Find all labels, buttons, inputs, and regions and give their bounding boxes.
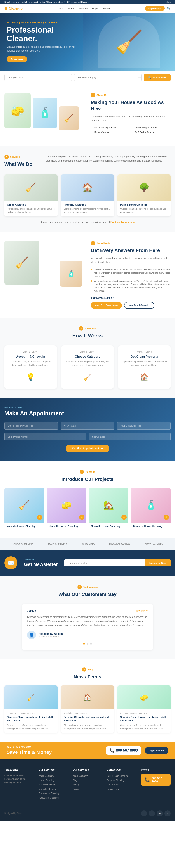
social-instagram[interactable]: in bbox=[157, 810, 163, 816]
faq-dot-1 bbox=[91, 269, 92, 270]
hiw-tag-icon: ✦ bbox=[79, 326, 83, 331]
step-num-1: Work 1 - Easy ↑ bbox=[8, 351, 53, 353]
nav-blogs[interactable]: Blogs bbox=[92, 7, 98, 10]
footer-link-1-3[interactable]: Property Cleaning bbox=[39, 783, 68, 787]
nav-services[interactable]: Services bbox=[78, 7, 88, 10]
phone-icon: 📞 bbox=[109, 748, 115, 753]
author-avatar: 👤 bbox=[27, 631, 36, 639]
project-badge-3: ⭐ bbox=[121, 515, 127, 520]
testimonial-author: 👤 Rosalina D. William Professional Clean… bbox=[27, 631, 148, 639]
service-card-2: 🏠 Property Cleaning Comprehensive proper… bbox=[61, 175, 114, 216]
faq-primary-btn[interactable]: Make Free Consultation bbox=[91, 302, 122, 309]
hiw-step-3: Work 3 - Easy ↑ Get Clean Property Exper… bbox=[118, 345, 171, 389]
hero-cta-button[interactable]: Book Now bbox=[6, 56, 27, 62]
news-grid: 🧹 01 Jan 2022 · 1304 March 2021 Superior… bbox=[4, 685, 171, 733]
cta-title: Save Time & Money bbox=[6, 749, 52, 755]
social-facebook[interactable]: f bbox=[141, 810, 147, 816]
appt-phone-input[interactable] bbox=[4, 433, 86, 440]
footer-link-1-4[interactable]: Nomadic Cleaning bbox=[39, 787, 68, 792]
newsletter-text: Information Get Newsletter bbox=[24, 558, 58, 567]
news-title-3: Superior Clean through our trained staff… bbox=[120, 716, 168, 722]
appt-date-input[interactable] bbox=[89, 433, 171, 440]
appt-submit-button[interactable]: Confirm Appointment ➔ bbox=[66, 445, 109, 452]
step-desc-3: Experience top quality cleaning services… bbox=[122, 360, 167, 367]
service-name-3: Park & Road Cleaning bbox=[120, 203, 168, 206]
faq-dot-2 bbox=[91, 280, 92, 282]
area-input[interactable] bbox=[4, 74, 72, 81]
services-left: ✦ Services What We Do bbox=[4, 155, 40, 170]
footer-link-3-4[interactable]: Services Info bbox=[107, 787, 136, 792]
social-twitter[interactable]: t bbox=[149, 810, 155, 816]
brand-2: MAID CLEANING bbox=[48, 543, 68, 546]
hiw-steps: Work 1 - Easy ↑ Account & Check In Creat… bbox=[4, 345, 171, 389]
cta-appointment-button[interactable]: Appointment bbox=[145, 747, 169, 754]
nav-dot-2[interactable] bbox=[86, 643, 89, 645]
appt-email-input[interactable] bbox=[117, 422, 171, 430]
appt-label: Make Appointment bbox=[4, 406, 171, 409]
services-cta-link[interactable]: Book an Appointment bbox=[110, 221, 135, 223]
news-card-3: 🧽 01 Admin · 1254 January 2021 Superior … bbox=[118, 685, 171, 733]
about-img-main: 🧽 bbox=[4, 93, 31, 128]
faq-secondary-btn[interactable]: More Free Information bbox=[124, 302, 154, 309]
project-badge-2: ⭐ bbox=[79, 515, 84, 520]
footer-link-1-5[interactable]: Commercial Cleaning bbox=[39, 792, 68, 796]
feature-2: ✓ Office Whippers Clean bbox=[132, 126, 171, 129]
nav-home[interactable]: Home bbox=[58, 7, 64, 10]
service-desc-1: Professional office cleaning solutions f… bbox=[7, 207, 55, 214]
news-body-1: 01 Jan 2022 · 1304 March 2021 Superior C… bbox=[4, 710, 57, 733]
check-icon-4: ✓ bbox=[132, 131, 134, 134]
newsletter-title: Get Newsletter bbox=[24, 562, 58, 567]
cta-banner: Want to Get 20% Off? Save Time & Money 📞… bbox=[0, 742, 175, 760]
feature-3: ✓ Expert Cleaner bbox=[91, 131, 130, 134]
nav-contact[interactable]: Contact bbox=[101, 7, 110, 10]
newsletter-submit-button[interactable]: Subscribe Now bbox=[145, 559, 171, 566]
footer-link-1-6[interactable]: Residential Cleaning bbox=[39, 796, 68, 800]
services-tag: ✦ Services bbox=[4, 155, 40, 159]
nav-dot-1[interactable] bbox=[83, 643, 85, 645]
project-card-2: 🧽 ⭐ Nomadic House Cleaning bbox=[47, 488, 86, 530]
project-name-4: Nomadic House Cleaning bbox=[133, 525, 169, 528]
footer-link-2-3[interactable]: Pricing bbox=[73, 783, 102, 787]
cta-label: Want to Get 20% Off? bbox=[6, 746, 52, 749]
search-button[interactable]: 🔍 Search Now bbox=[144, 74, 171, 81]
faq-img-main: 🧹 bbox=[4, 241, 40, 284]
footer-link-1-1[interactable]: About Company bbox=[39, 774, 68, 778]
project-info-4: Nomadic House Cleaning bbox=[131, 523, 171, 530]
services-tag-label: Services bbox=[10, 155, 20, 158]
appointment-button[interactable]: Appointment bbox=[145, 6, 165, 11]
footer-link-3-1[interactable]: Park & Road Cleaning bbox=[107, 774, 136, 778]
service-select[interactable]: Service Category Office Cleaning Propert… bbox=[74, 74, 142, 81]
author-title: Professional Cleaner bbox=[39, 636, 63, 638]
search-btn-icon: 🔍 bbox=[148, 76, 151, 79]
footer-grid: Cleanuo Cleanuo champions professionalis… bbox=[4, 768, 171, 800]
services-section: ✦ Services What We Do Cleanuo champions … bbox=[0, 146, 175, 232]
newsletter-form: Subscribe Now bbox=[64, 559, 171, 566]
footer-link-2-2[interactable]: Blog bbox=[73, 778, 102, 783]
nav-dot-3[interactable] bbox=[90, 643, 92, 645]
faq-points: Cleanuo operations team on call 24 Hours… bbox=[91, 268, 171, 292]
step-name-2: Choose Category bbox=[65, 355, 110, 358]
news-title: News Feeds bbox=[4, 674, 171, 680]
footer-link-2-4[interactable]: Career bbox=[73, 787, 102, 792]
appt-address-input[interactable] bbox=[4, 422, 58, 430]
newsletter-input[interactable] bbox=[64, 559, 144, 566]
step-desc-1: Create and verify your account and get a… bbox=[8, 360, 53, 367]
news-meta-3: 01 Admin · 1254 January 2021 bbox=[120, 712, 168, 714]
testimonial-nav bbox=[27, 643, 148, 645]
nav-about[interactable]: About bbox=[68, 7, 75, 10]
footer-link-3-3[interactable]: Get In Touch bbox=[107, 783, 136, 787]
footer-link-3-2[interactable]: Property Cleaning bbox=[107, 778, 136, 783]
cta-phone: 800-567-8990 bbox=[116, 749, 138, 752]
footer-link-2-1[interactable]: About Company bbox=[73, 774, 102, 778]
search-icon[interactable]: 🔍 bbox=[167, 7, 171, 10]
about-tag: ✦ About Us bbox=[91, 93, 171, 97]
language-selector[interactable]: English bbox=[164, 1, 171, 3]
search-bar: Service Category Office Cleaning Propert… bbox=[0, 71, 175, 84]
appt-name-input[interactable] bbox=[60, 422, 114, 430]
footer-link-1-2[interactable]: House Cleaning bbox=[39, 778, 68, 783]
projects-tag-label: Portfolio bbox=[85, 471, 95, 473]
faq-tag-icon: ✦ bbox=[91, 241, 95, 245]
project-info-3: Nomadic House Cleaning bbox=[89, 523, 128, 530]
social-linkedin[interactable]: li bbox=[165, 810, 171, 816]
footer-col-title-2: Our Services bbox=[73, 768, 102, 771]
